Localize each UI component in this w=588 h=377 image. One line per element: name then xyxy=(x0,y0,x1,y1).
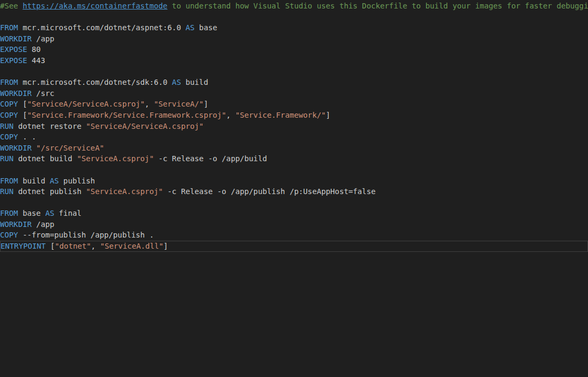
plain-token: /app xyxy=(32,34,55,43)
code-line[interactable]: COPY --from=publish /app/publish . xyxy=(0,230,588,241)
plain-token: base xyxy=(18,209,45,217)
string-token: "ServiceA.dll" xyxy=(100,242,164,250)
keyword-token: EXPOSE xyxy=(0,45,27,54)
plain-token: [ xyxy=(46,242,55,250)
keyword-token: ENTRYPOINT xyxy=(1,242,46,250)
code-line[interactable]: RUN dotnet restore "ServiceA/ServiceA.cs… xyxy=(0,121,588,132)
keyword-token: COPY xyxy=(0,133,18,141)
keyword-token: AS xyxy=(172,78,181,86)
keyword-token: FROM xyxy=(0,23,18,32)
keyword-token: COPY xyxy=(0,100,18,108)
code-line[interactable]: FROM base AS final xyxy=(0,208,588,219)
comment-token: to understand how Visual Studio uses thi… xyxy=(167,2,588,10)
code-line[interactable] xyxy=(0,12,588,23)
plain-token: ] xyxy=(164,242,168,250)
plain-token: dotnet build xyxy=(14,154,77,163)
plain-token: 80 xyxy=(27,45,41,54)
plain-token: -c Release -o /app/publish /p:UseAppHost… xyxy=(163,187,376,196)
code-editor[interactable]: #See https://aka.ms/containerfastmode to… xyxy=(0,0,588,377)
code-line[interactable]: RUN dotnet publish "ServiceA.csproj" -c … xyxy=(0,186,588,197)
string-token: "dotnet" xyxy=(55,242,91,250)
comment-token: #See xyxy=(0,2,23,10)
plain-token: , xyxy=(226,111,235,119)
keyword-token: WORKDIR xyxy=(0,89,32,98)
code-line[interactable]: COPY . . xyxy=(0,131,588,143)
code-line[interactable]: WORKDIR /src xyxy=(0,88,588,99)
keyword-token: RUN xyxy=(0,154,14,163)
plain-token: base xyxy=(194,23,217,32)
keyword-token: WORKDIR xyxy=(0,220,32,229)
plain-token: , xyxy=(91,242,100,250)
plain-token: . . xyxy=(18,133,36,141)
keyword-token: EXPOSE xyxy=(0,56,27,65)
code-line[interactable]: EXPOSE 443 xyxy=(0,55,588,66)
plain-token: final xyxy=(55,209,82,217)
keyword-token: AS xyxy=(50,177,59,185)
keyword-token: COPY xyxy=(0,111,18,119)
plain-token: [ xyxy=(18,111,27,119)
keyword-token: WORKDIR xyxy=(0,144,32,152)
plain-token: 443 xyxy=(27,56,45,65)
string-token: "Service.Framework/" xyxy=(235,111,326,119)
code-line[interactable]: FROM mcr.microsoft.com/dotnet/aspnet:6.0… xyxy=(0,22,588,33)
keyword-token: AS xyxy=(45,209,54,217)
plain-token: ] xyxy=(203,100,208,108)
plain-token: build xyxy=(181,78,208,86)
keyword-token: FROM xyxy=(0,78,18,86)
string-token: "ServiceA/ServiceA.csproj" xyxy=(27,100,145,108)
plain-token: /app xyxy=(32,220,55,229)
string-token: "ServiceA.csproj" xyxy=(77,154,154,163)
keyword-token: AS xyxy=(185,23,194,32)
plain-token: /src xyxy=(32,89,55,98)
code-line[interactable]: #See https://aka.ms/containerfastmode to… xyxy=(0,1,588,12)
code-line[interactable]: EXPOSE 80 xyxy=(0,44,588,55)
code-line[interactable]: WORKDIR /app xyxy=(0,219,588,230)
code-line[interactable]: WORKDIR /app xyxy=(0,33,588,45)
plain-token: --from=publish /app/publish . xyxy=(18,231,154,239)
code-line[interactable] xyxy=(0,164,588,176)
string-token: "/src/ServiceA" xyxy=(36,144,104,152)
code-line[interactable]: FROM build AS publish xyxy=(0,176,588,187)
string-token: "ServiceA/" xyxy=(154,100,203,108)
keyword-token: RUN xyxy=(0,122,14,130)
plain-token: ] xyxy=(326,111,331,119)
keyword-token: FROM xyxy=(0,209,18,217)
plain-token: , xyxy=(145,100,154,108)
plain-token: mcr.microsoft.com/dotnet/sdk:6.0 xyxy=(18,78,172,86)
keyword-token: RUN xyxy=(0,187,14,196)
keyword-token: COPY xyxy=(0,231,18,239)
comment-link[interactable]: https://aka.ms/containerfastmode xyxy=(23,2,167,10)
string-token: "Service.Framework/Service.Framework.csp… xyxy=(27,111,226,119)
plain-token: build xyxy=(18,177,50,185)
string-token: "ServiceA.csproj" xyxy=(86,187,163,196)
plain-token: dotnet restore xyxy=(14,122,86,130)
keyword-token: WORKDIR xyxy=(0,34,32,43)
code-line[interactable]: RUN dotnet build "ServiceA.csproj" -c Re… xyxy=(0,153,588,164)
plain-token: -c Release -o /app/build xyxy=(154,154,267,163)
plain-token: [ xyxy=(18,100,27,108)
code-line[interactable]: FROM mcr.microsoft.com/dotnet/sdk:6.0 AS… xyxy=(0,77,588,88)
string-token: "ServiceA/ServiceA.csproj" xyxy=(86,122,203,130)
plain-token: publish xyxy=(59,177,95,185)
code-line[interactable]: WORKDIR "/src/ServiceA" xyxy=(0,143,588,154)
code-line[interactable] xyxy=(0,66,588,77)
code-line[interactable] xyxy=(0,197,588,208)
plain-token: dotnet publish xyxy=(14,187,86,196)
plain-token: mcr.microsoft.com/dotnet/aspnet:6.0 xyxy=(18,23,185,32)
code-line-current[interactable]: ENTRYPOINT ["dotnet", "ServiceA.dll"] xyxy=(0,241,588,252)
code-line[interactable]: COPY ["ServiceA/ServiceA.csproj", "Servi… xyxy=(0,99,588,110)
code-lines: #See https://aka.ms/containerfastmode to… xyxy=(0,0,588,252)
code-line[interactable]: COPY ["Service.Framework/Service.Framewo… xyxy=(0,110,588,121)
keyword-token: FROM xyxy=(0,177,18,185)
